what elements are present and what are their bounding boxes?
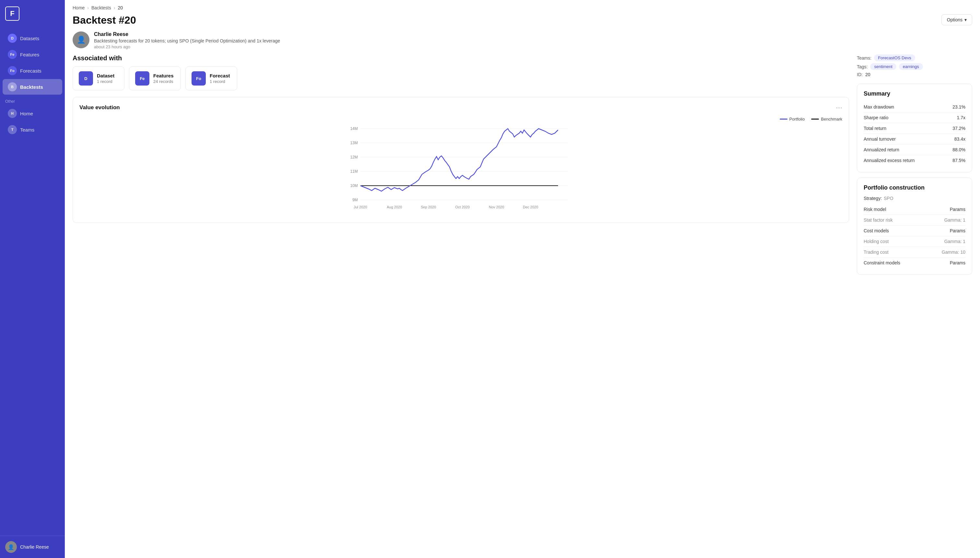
options-button[interactable]: Options ▾ [941, 14, 972, 25]
portfolio-key-riskmodel: Risk model [863, 207, 886, 212]
assoc-count-dataset: 1 record [97, 79, 114, 84]
svg-text:10M: 10M [350, 184, 358, 188]
assoc-count-forecast: 1 record [210, 79, 230, 84]
chart-menu-icon[interactable]: ⋯ [836, 104, 842, 112]
summary-key-annreturn: Annualized return [863, 147, 899, 152]
logo-text: F [10, 10, 14, 18]
forecasts-label: Forecasts [20, 68, 41, 74]
author-name: Charlie Reese [94, 31, 280, 37]
other-section-label: Other [0, 95, 65, 105]
main-panel: Associated with D Dataset 1 record Fe Fe… [65, 54, 857, 275]
id-value-inline: 20 [865, 72, 870, 77]
legend-benchmark: Benchmark [811, 117, 842, 121]
logo-box: F [5, 7, 20, 21]
summary-val-totalreturn: 37.2% [952, 126, 965, 131]
assoc-card-features[interactable]: Fe Features 24 records [129, 66, 181, 90]
assoc-info-dataset: Dataset 1 record [97, 73, 114, 84]
portfolio-row-riskmodel: Risk model Params [863, 204, 965, 215]
assoc-icon-features: Fe [135, 71, 149, 85]
breadcrumb-sep-2: › [114, 5, 115, 10]
portfolio-key-costmodels: Cost models [863, 228, 889, 233]
portfolio-key-tradingcost: Trading cost [863, 249, 889, 255]
portfolio-row-constraint: Constraint models Params [863, 258, 965, 268]
svg-text:9M: 9M [352, 198, 358, 202]
assoc-info-forecast: Forecast 1 record [210, 73, 230, 84]
author-info: Charlie Reese Backtesting forecasts for … [94, 31, 280, 49]
summary-row-annexcess: Annualized excess return 87.5% [863, 155, 965, 166]
portfolio-key-holdingcost: Holding cost [863, 239, 889, 244]
benchmark-legend-line [811, 118, 819, 120]
summary-title: Summary [863, 90, 965, 97]
assoc-card-dataset[interactable]: D Dataset 1 record [72, 66, 125, 90]
id-label-inline: ID: [857, 72, 863, 77]
portfolio-row-costmodels: Cost models Params [863, 225, 965, 236]
portfolio-val-costmodels: Params [950, 228, 965, 233]
meta-id-row-inline: ID: 20 [857, 72, 972, 77]
chart-legend: Portfolio Benchmark [79, 117, 842, 121]
page-header: Backtest #20 Options ▾ [65, 10, 980, 26]
sidebar: F D Datasets Fe Features Fo Forecasts B … [0, 0, 65, 558]
team-tag-inline[interactable]: ForecastOS Devs [874, 54, 915, 61]
right-panel: Teams: ForecastOS Devs Tags: sentiment e… [857, 54, 980, 275]
benchmark-legend-label: Benchmark [821, 117, 842, 121]
sidebar-item-home[interactable]: H Home [3, 106, 62, 121]
tag-earnings-inline[interactable]: earnings [899, 63, 923, 70]
assoc-card-forecast[interactable]: Fo Forecast 1 record [185, 66, 237, 90]
breadcrumb-backtests[interactable]: Backtests [91, 5, 111, 10]
portfolio-title: Portfolio construction [863, 184, 965, 191]
portfolio-val-riskmodel: Params [950, 207, 965, 212]
summary-val-maxdrawdown: 23.1% [952, 104, 965, 110]
summary-key-sharpe: Sharpe ratio [863, 115, 888, 120]
portfolio-key-constraint: Constraint models [863, 260, 900, 265]
chart-svg: 14M 13M 12M 11M 10M 9M [79, 124, 842, 215]
svg-text:Jul 2020: Jul 2020 [354, 205, 367, 209]
tags-label-inline: Tags: [857, 64, 868, 69]
assoc-icon-dataset: D [79, 71, 93, 85]
svg-text:Aug 2020: Aug 2020 [387, 205, 402, 209]
sidebar-item-forecasts[interactable]: Fo Forecasts [3, 63, 62, 79]
breadcrumb-current: 20 [118, 5, 123, 10]
summary-row-totalreturn: Total return 37.2% [863, 123, 965, 134]
sidebar-item-backtests[interactable]: B Backtests [3, 79, 62, 95]
breadcrumb-sep-1: › [87, 5, 89, 10]
content-area: Associated with D Dataset 1 record Fe Fe… [65, 54, 980, 288]
strategy-key: Strategy: [863, 196, 882, 201]
sidebar-item-features[interactable]: Fe Features [3, 47, 62, 62]
portfolio-legend-line [780, 118, 788, 120]
portfolio-legend-label: Portfolio [790, 117, 805, 121]
forecasts-badge: Fo [8, 66, 17, 75]
breadcrumb-home[interactable]: Home [72, 5, 85, 10]
author-description: Backtesting forecasts for 20 tokens; usi… [94, 38, 280, 43]
sidebar-item-datasets[interactable]: D Datasets [3, 30, 62, 46]
chart-header: Value evolution ⋯ [79, 104, 842, 112]
legend-portfolio: Portfolio [780, 117, 805, 121]
backtests-label: Backtests [20, 84, 43, 90]
summary-row-sharpe: Sharpe ratio 1.7x [863, 112, 965, 123]
portfolio-row-tradingcost: Trading cost Gamma: 10 [863, 247, 965, 258]
svg-text:Dec 2020: Dec 2020 [523, 205, 538, 209]
summary-val-turnover: 83.4x [954, 136, 965, 141]
breadcrumb: Home › Backtests › 20 [65, 0, 980, 10]
sidebar-item-teams[interactable]: T Teams [3, 122, 62, 138]
meta-teams-row-inline: Teams: ForecastOS Devs [857, 54, 972, 61]
meta-tags-row-inline: Tags: sentiment earnings [857, 63, 972, 70]
features-badge: Fe [8, 50, 17, 59]
sidebar-logo: F [0, 0, 65, 27]
author-avatar: 👤 [72, 31, 89, 48]
assoc-name-dataset: Dataset [97, 73, 114, 79]
portfolio-val-constraint: Params [950, 260, 965, 265]
user-avatar: 👤 [5, 541, 17, 553]
summary-val-annexcess: 87.5% [952, 158, 965, 163]
tag-sentiment-inline[interactable]: sentiment [870, 63, 896, 70]
assoc-count-features: 24 records [153, 79, 174, 84]
chart-card: Value evolution ⋯ Portfolio Benchmark [72, 97, 849, 223]
assoc-name-forecast: Forecast [210, 73, 230, 79]
portfolio-row-statfactor: Stat factor risk Gamma: 1 [863, 215, 965, 225]
portfolio-row-holdingcost: Holding cost Gamma: 1 [863, 236, 965, 247]
options-label: Options [947, 17, 962, 22]
datasets-badge: D [8, 34, 17, 43]
svg-text:11M: 11M [350, 169, 358, 174]
summary-key-annexcess: Annualized excess return [863, 158, 914, 163]
summary-val-sharpe: 1.7x [957, 115, 965, 120]
home-label: Home [20, 111, 33, 117]
